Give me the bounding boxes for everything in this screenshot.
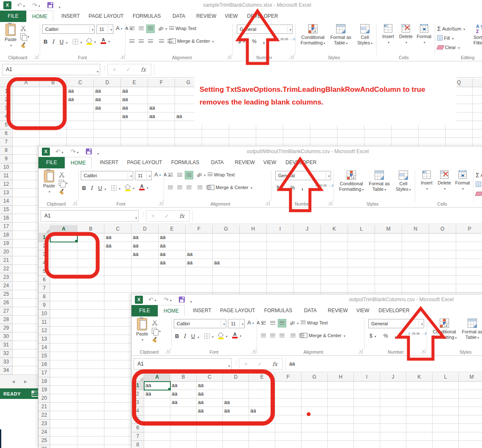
cell-O6[interactable]	[429, 276, 456, 284]
cell-R1[interactable]	[473, 87, 482, 96]
fill-color-button[interactable]	[125, 184, 134, 191]
cell-E7[interactable]	[159, 284, 186, 293]
cell-E6[interactable]	[159, 276, 186, 284]
cancel-icon[interactable]: ×	[151, 213, 155, 219]
number-format-combo[interactable]: General	[368, 319, 424, 328]
cell-M1[interactable]	[375, 234, 402, 242]
cell-K5[interactable]	[283, 121, 310, 129]
cell-M8[interactable]	[459, 441, 482, 448]
cell-J4[interactable]	[256, 113, 283, 121]
autosum-button[interactable]: Σ AutoSum	[437, 25, 465, 32]
accounting-format-button[interactable]: $	[370, 333, 376, 339]
cell-F7[interactable]	[148, 138, 175, 146]
cell-M3[interactable]	[459, 399, 482, 407]
cell-O5[interactable]	[392, 121, 419, 129]
cell-B13[interactable]	[77, 335, 104, 344]
row-header-16[interactable]: 16	[38, 360, 50, 369]
cell-F4[interactable]: aa	[186, 259, 213, 267]
cell-L4[interactable]	[433, 407, 459, 415]
row-header-1[interactable]: 1	[0, 87, 13, 96]
format-as-table-button[interactable]: Format as Table	[460, 318, 482, 341]
cell-E3[interactable]	[249, 399, 275, 407]
cell-B16[interactable]	[77, 360, 104, 369]
cell-H4[interactable]	[202, 113, 229, 121]
customize-qat-button[interactable]	[96, 149, 99, 158]
cell-B23[interactable]	[77, 420, 104, 428]
cell-K3[interactable]	[321, 250, 348, 259]
align-left-button[interactable]	[166, 184, 175, 192]
cell-G5[interactable]	[175, 121, 202, 129]
column-header-D[interactable]: D	[131, 225, 159, 234]
cell-C3[interactable]	[67, 104, 94, 113]
cell-A1[interactable]	[13, 87, 40, 96]
cell-D4[interactable]: aa	[223, 407, 249, 415]
alignment-dialog-launcher[interactable]: ↘	[358, 349, 363, 353]
row-header-21[interactable]: 21	[0, 256, 13, 265]
cell-A18[interactable]	[50, 377, 77, 386]
cell-J5[interactable]	[380, 415, 406, 424]
cell-D1[interactable]: aa	[94, 87, 121, 96]
tab-insert[interactable]: INSERT	[98, 157, 120, 168]
cell-M1[interactable]	[459, 382, 482, 390]
orientation-button[interactable]: ab	[197, 172, 205, 177]
cell-B14[interactable]	[77, 344, 104, 352]
cell-A16[interactable]	[13, 214, 40, 223]
row-header-25[interactable]: 25	[38, 437, 50, 445]
underline-button[interactable]: U	[191, 333, 195, 339]
cell-E3[interactable]: aa	[159, 250, 186, 259]
cell-B7[interactable]	[77, 284, 104, 293]
bold-button[interactable]: B	[44, 38, 47, 45]
tab-home[interactable]: HOME	[158, 305, 185, 316]
accounting-format-button[interactable]: $	[277, 185, 283, 191]
cell-K3[interactable]	[406, 399, 433, 407]
align-right-button[interactable]	[278, 332, 286, 340]
cell-B6[interactable]	[170, 424, 197, 432]
cell-A16[interactable]	[50, 360, 77, 369]
cell-K8[interactable]	[406, 441, 433, 448]
row-header-28[interactable]: 28	[0, 316, 13, 324]
grow-font-button[interactable]: A▴	[116, 25, 122, 31]
fill-handle[interactable]	[168, 388, 170, 390]
cell-Q3[interactable]	[446, 104, 473, 113]
cell-D1[interactable]: aa	[131, 234, 159, 242]
cell-L7[interactable]	[433, 432, 459, 441]
cell-A9[interactable]	[13, 155, 40, 163]
paste-button[interactable]: Paste	[3, 24, 19, 48]
row-header-15[interactable]: 15	[38, 352, 50, 360]
cell-H8[interactable]	[328, 441, 354, 448]
row-header-12[interactable]: 12	[38, 327, 50, 335]
cell-D6[interactable]	[94, 129, 121, 138]
cell-I6[interactable]	[354, 424, 380, 432]
cancel-icon[interactable]: ×	[113, 66, 116, 73]
cell-A5[interactable]	[13, 121, 40, 129]
cut-button[interactable]	[59, 172, 65, 178]
column-header-C[interactable]: C	[104, 225, 131, 234]
formula-bar-divider[interactable]: ⋮	[141, 212, 145, 217]
cell-F3[interactable]: aa	[148, 104, 175, 113]
cell-C26[interactable]	[104, 445, 131, 448]
column-header-E[interactable]: E	[121, 79, 148, 87]
cell-D4[interactable]	[131, 259, 159, 267]
cell-J6[interactable]	[294, 276, 321, 284]
cell-H3[interactable]	[328, 399, 354, 407]
cell-C4[interactable]	[67, 113, 94, 121]
cell-F4[interactable]	[275, 407, 301, 415]
cell-C19[interactable]	[104, 386, 131, 394]
cell-I6[interactable]	[229, 129, 256, 138]
customize-qat-button[interactable]	[58, 3, 60, 11]
cell-E3[interactable]: aa	[121, 104, 148, 113]
cell-D7[interactable]	[223, 432, 249, 441]
cell-M5[interactable]	[459, 415, 482, 424]
cell-J4[interactable]	[380, 407, 406, 415]
cell-B6[interactable]	[40, 129, 67, 138]
delete-cells-button[interactable]: Delete	[397, 24, 414, 45]
font-size-combo[interactable]: 11	[228, 319, 245, 328]
font-color-button[interactable]: A	[101, 38, 110, 44]
column-header-E[interactable]: E	[159, 225, 186, 234]
row-header-22[interactable]: 22	[38, 411, 50, 420]
cell-G7[interactable]	[213, 284, 240, 293]
cell-B22[interactable]	[77, 411, 104, 420]
cell-K7[interactable]	[406, 432, 433, 441]
cell-A12[interactable]	[13, 180, 40, 189]
row-header-19[interactable]: 19	[0, 239, 13, 248]
